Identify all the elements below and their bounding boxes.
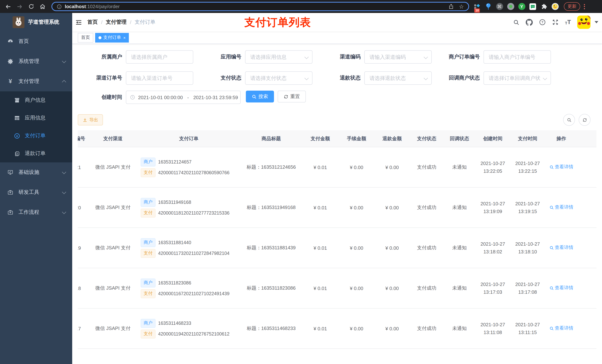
sidebar-item-label: 退款订单 [25,150,45,157]
app-logo[interactable]: 芋道管理系统 [0,13,72,31]
extension-pin-icon[interactable] [485,3,492,10]
reset-button[interactable]: 重置 [278,91,306,103]
sidebar-item-devtools[interactable]: 研发工具 [0,182,72,202]
column-header: 商品标题 [262,135,281,141]
toggle-search-button[interactable] [563,114,575,126]
fullscreen-icon[interactable] [552,19,559,26]
sidebar-item-app-info[interactable]: 应用信息 [0,109,72,127]
help-icon[interactable]: ? [539,19,546,26]
notify-status: 未通知 [443,228,475,268]
table-grid-icon [14,115,20,121]
notify-status-input[interactable] [484,75,550,81]
app-select[interactable] [245,50,312,64]
github-icon[interactable] [526,19,533,26]
chevron-down-icon [62,170,66,174]
channel-order-no-input[interactable] [126,75,193,81]
site-info-icon[interactable] [57,4,62,9]
extension-devtools-icon[interactable]: 10 [473,3,481,10]
filter-label: 渠道订单号 [78,75,126,81]
sidebar-item-system[interactable]: 系统管理 [0,52,72,71]
view-detail-link[interactable]: 查看详情 [549,245,573,251]
channel-code-input[interactable] [365,54,431,60]
pay-tag: 支付 [141,249,155,258]
pay-status-input[interactable] [246,75,312,81]
pay-status-select[interactable] [245,71,312,85]
page-title-annotation: 支付订单列表 [244,15,311,30]
view-detail-link[interactable]: 查看详情 [549,285,573,291]
channel-pay-no: 4200001174202110278060590766 [158,170,230,175]
merchant-input[interactable] [126,54,193,60]
sidebar-item-home[interactable]: 首页 [0,31,72,52]
search-icon[interactable] [513,19,519,25]
extension-command-icon[interactable]: ⌘ [496,3,503,10]
sidebar-item-label: 支付订单 [25,132,45,139]
range-end: 2021-10-31 23:59:59 [193,94,238,100]
fee-amount: ¥ 0.00 [339,268,374,308]
address-bar[interactable]: localhost:1024/pay/order ☆ [52,2,469,11]
breadcrumb-home[interactable]: 首页 [87,19,98,26]
sidebar-item-pay-order[interactable]: ¥ 支付订单 [0,127,72,145]
sidebar-item-label: 商户信息 [25,97,45,104]
refresh-button[interactable] [579,114,591,126]
export-button[interactable]: 导出 [78,114,103,125]
merchant-order-no-input[interactable] [484,54,550,60]
browser-update-button[interactable]: 更新 [564,2,580,11]
extension-chat-icon[interactable] [529,3,537,10]
refund-status-input[interactable] [365,75,431,81]
merchant-order-no-field[interactable] [484,50,551,64]
view-detail-link[interactable]: 查看详情 [549,325,573,332]
extension-y-icon[interactable]: Y [518,3,525,10]
app-input[interactable] [246,54,312,60]
sidebar-item-infra[interactable]: 基础设施 [0,162,72,182]
channel-order-no-field[interactable] [126,71,193,85]
merchant-order-no: 1635311881440 [158,240,191,245]
tag-home[interactable]: 首页 [78,33,93,42]
create-time: 2021-10-2713:17:03 [475,268,510,308]
browser-reload-button[interactable] [26,2,36,11]
notify-status-select[interactable] [484,71,551,85]
sidebar-item-refund-order[interactable]: 退款订单 [0,145,72,162]
filter-label: 渠道编码 [316,54,364,60]
browser-home-button[interactable] [38,2,47,11]
table-row: 18 微信 JSAPI 支付 商户 1635311823086 支付 [78,268,596,308]
column-header: 支付订单 [179,135,198,141]
refund-amount: ¥ 0.00 [374,308,410,349]
share-icon[interactable] [448,4,454,9]
breadcrumb-pay[interactable]: 支付管理 [106,19,127,26]
channel-code-select[interactable] [364,50,432,64]
search-button[interactable]: 搜索 [246,91,274,103]
font-size-icon[interactable]: TT [565,19,571,25]
extension-emoji-icon[interactable] [551,3,559,10]
tag-pay-order[interactable]: 支付订单 × [95,33,129,42]
collapse-menu-icon[interactable] [72,19,87,26]
browser-back-button[interactable] [3,2,13,11]
merchant-select[interactable] [126,50,193,64]
refund-status-select[interactable] [364,71,432,85]
sidebar-item-workflow[interactable]: 工作流程 [0,202,72,222]
column-header: 编号 [78,135,85,142]
merchant-tag: 商户 [141,319,155,328]
order-id: 20 [78,205,81,210]
top-navbar: 首页 / 支付管理 / 支付订单 支付订单列表 ? [72,13,602,31]
column-header: 创建时间 [483,135,502,141]
user-avatar[interactable] [577,16,591,29]
table-header-row: 编号 支付渠道 支付订单 商品标题 支付金额 手续金额 退款金额 支付状态 回调… [78,130,596,147]
extensions-puzzle-icon[interactable] [540,3,548,10]
view-detail-link[interactable]: 查看详情 [549,204,573,211]
sidebar-item-merchant-info[interactable]: 商户信息 [0,91,72,109]
extension-badge: 10 [474,9,480,12]
browser-forward-button[interactable] [15,2,24,11]
create-time-range-picker[interactable]: 2021-10-01 00:00:00 - 2021-10-31 23:59:5… [126,91,241,104]
bookmark-star-icon[interactable]: ☆ [459,4,464,9]
tag-close-icon[interactable]: × [123,35,126,40]
product-title: 标题：1635311881439 [241,228,302,268]
view-detail-link[interactable]: 查看详情 [549,164,573,170]
merchant-order-no: 1635311823086 [158,280,191,285]
page-content: 所属商户 应用编号 渠道编码 [72,44,602,364]
avatar-dropdown-caret[interactable] [595,21,598,23]
browser-menu-icon[interactable] [584,4,585,9]
order-id: 19 [78,245,81,251]
sidebar-item-pay[interactable]: ¥ 支付管理 [0,71,72,91]
navbar-actions: ? TT [513,16,602,29]
extension-recorder-icon[interactable] [507,3,514,10]
